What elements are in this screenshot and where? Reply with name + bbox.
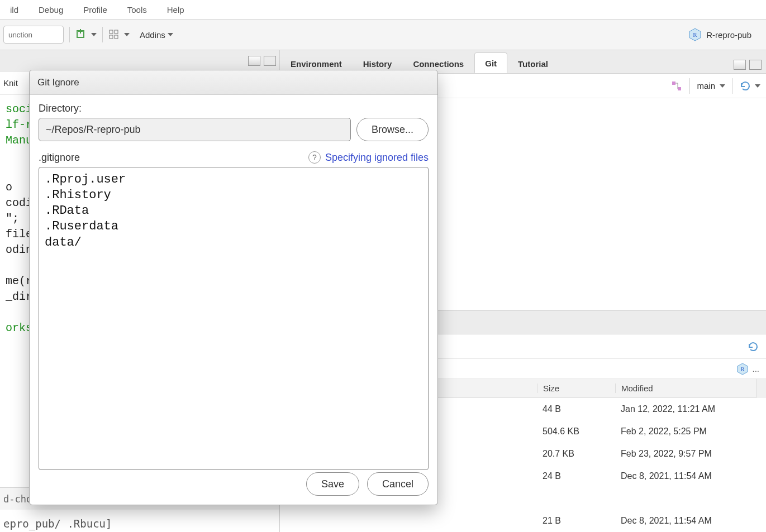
addins-menu[interactable]: Addins [135,28,178,42]
svg-rect-18 [672,82,675,85]
dialog-footer: Save Cancel [30,470,437,505]
separator [102,27,103,42]
gitignore-textarea[interactable] [39,167,429,470]
svg-rect-3 [110,30,113,33]
goto-function-input[interactable] [3,26,64,44]
cell-modified: Jan 12, 2022, 11:21 AM [615,404,766,414]
cell-size: 21 B [537,516,615,526]
cell-size: 24 B [537,471,615,481]
svg-rect-4 [115,30,118,33]
knit-button[interactable]: Knit [3,78,18,88]
minimize-icon[interactable] [734,60,746,70]
minimize-icon[interactable] [248,56,260,66]
tab-git[interactable]: Git [474,52,507,73]
menu-help[interactable]: Help [157,2,194,18]
scrollbar[interactable] [756,379,766,398]
svg-text:R: R [693,31,697,38]
column-size[interactable]: Size [537,384,615,393]
git-branch-select[interactable]: main [697,81,725,90]
source-pane-header [0,50,279,71]
specifying-ignored-files-link[interactable]: Specifying ignored files [325,152,429,164]
directory-label: Directory: [39,103,429,114]
save-button[interactable]: Save [306,472,359,496]
separator [732,78,732,94]
maximize-icon[interactable] [749,60,762,70]
svg-rect-5 [110,35,113,39]
console-text: epro_pub/ .Rbucu] [3,517,112,530]
separator [689,78,690,94]
cell-modified: Dec 8, 2021, 11:54 AM [615,516,766,526]
git-branch-icon[interactable] [670,80,683,92]
table-row[interactable]: 21 BDec 8, 2021, 11:54 AM [280,510,766,532]
column-modified[interactable]: Modified [615,384,756,393]
git-refresh-icon[interactable] [739,80,760,92]
cell-size: 44 B [537,404,615,414]
cell-modified: Feb 2, 2022, 5:25 PM [615,426,766,437]
dialog-title: Git Ignore [30,70,437,95]
project-name-label: R-repro-pub [706,30,751,40]
svg-rect-6 [115,35,118,39]
cell-size: 504.6 KB [537,426,615,437]
project-menu[interactable]: R R-repro-pub [688,28,763,41]
main-toolbar: Addins R R-repro-pub [0,20,766,50]
menu-build[interactable]: ild [0,2,28,18]
help-icon[interactable]: ? [308,151,321,164]
r-project-icon[interactable]: R [736,363,749,375]
maximize-icon[interactable] [264,56,276,66]
gitignore-label: .gitignore [39,152,80,164]
menubar: ild Debug Profile Tools Help [0,0,766,20]
git-ignore-dialog: Git Ignore Directory: Browse... .gitigno… [29,70,438,505]
svg-text:R: R [741,366,745,372]
menu-tools[interactable]: Tools [117,2,157,18]
refresh-icon[interactable] [747,341,759,353]
cell-modified: Feb 23, 2022, 9:57 PM [615,449,766,459]
cancel-button[interactable]: Cancel [367,472,429,496]
save-all-icon[interactable] [75,29,97,40]
r-project-icon: R [688,28,702,41]
separator [69,27,70,42]
more-path-icon[interactable]: ... [752,364,759,373]
browse-button[interactable]: Browse... [356,118,429,141]
menu-debug[interactable]: Debug [28,2,73,18]
svg-rect-19 [678,87,681,90]
directory-input[interactable] [39,118,351,141]
menu-profile[interactable]: Profile [73,2,117,18]
tab-tutorial[interactable]: Tutorial [507,53,559,73]
cell-modified: Dec 8, 2021, 11:54 AM [615,471,766,481]
cell-size: 20.7 KB [537,449,615,459]
grid-icon[interactable] [108,29,130,40]
